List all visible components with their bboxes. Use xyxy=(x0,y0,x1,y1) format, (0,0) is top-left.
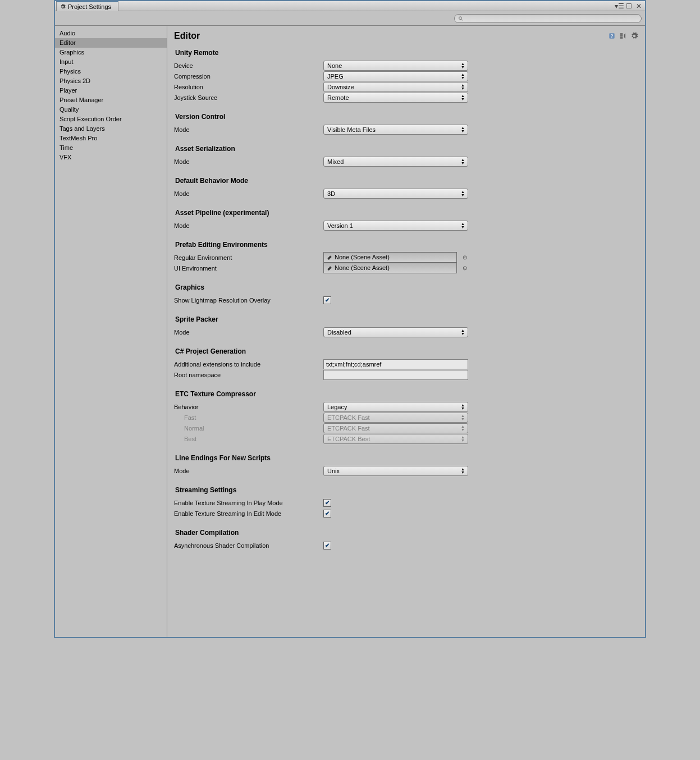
dropdown: ETCPACK Best▲▼ xyxy=(323,434,468,444)
property-row: ModeDisabled▲▼ xyxy=(174,327,638,337)
search-text[interactable] xyxy=(466,15,638,22)
dropdown[interactable]: Legacy▲▼ xyxy=(323,402,468,412)
sidebar-item-editor[interactable]: Editor xyxy=(55,38,167,48)
section-title: Asset Pipeline (experimental) xyxy=(174,209,638,217)
sidebar-item-physics-2d[interactable]: Physics 2D xyxy=(55,76,167,86)
section-asset-serialization: Asset SerializationModeMixed▲▼ xyxy=(174,145,638,167)
content: Editor ? Unity RemoteDeviceNone▲▼Compres… xyxy=(167,26,645,637)
property-label: Best xyxy=(174,436,323,442)
dropdown[interactable]: Downsize▲▼ xyxy=(323,82,468,92)
section-title: Prefab Editing Environments xyxy=(174,241,638,249)
titlebar: Project Settings ▾☰ ☐ ✕ xyxy=(55,1,645,11)
sidebar-item-physics[interactable]: Physics xyxy=(55,67,167,76)
svg-line-1 xyxy=(461,19,463,20)
svg-point-0 xyxy=(459,16,462,19)
dropdown[interactable]: 3D▲▼ xyxy=(323,189,468,199)
checkbox[interactable] xyxy=(323,510,331,518)
section-version-control: Version ControlModeVisible Meta Files▲▼ xyxy=(174,113,638,135)
pane-menu-icon[interactable]: ▾☰ xyxy=(615,2,623,10)
section-sprite-packer: Sprite PackerModeDisabled▲▼ xyxy=(174,315,638,337)
sidebar-item-vfx[interactable]: VFX xyxy=(55,153,167,162)
property-row: ResolutionDownsize▲▼ xyxy=(174,81,638,92)
sidebar-item-script-execution-order[interactable]: Script Execution Order xyxy=(55,115,167,124)
section-title: Version Control xyxy=(174,113,638,121)
dropdown: ETCPACK Fast▲▼ xyxy=(323,423,468,433)
object-field[interactable]: None (Scene Asset) xyxy=(323,263,457,273)
property-row: Regular EnvironmentNone (Scene Asset)⊙ xyxy=(174,252,638,263)
sidebar-item-time[interactable]: Time xyxy=(55,143,167,153)
sidebar-item-player[interactable]: Player xyxy=(55,86,167,95)
dropdown[interactable]: Remote▲▼ xyxy=(323,93,468,103)
section-title: Sprite Packer xyxy=(174,315,638,323)
section-title: Default Behavior Mode xyxy=(174,177,638,185)
section-title: Asset Serialization xyxy=(174,145,638,153)
section-title: Streaming Settings xyxy=(174,486,638,494)
section-shader-compilation: Shader CompilationAsynchronous Shader Co… xyxy=(174,529,638,551)
dropdown[interactable]: Version 1▲▼ xyxy=(323,221,468,231)
maximize-icon[interactable]: ☐ xyxy=(625,2,633,10)
presets-icon[interactable] xyxy=(619,32,627,40)
text-input[interactable] xyxy=(323,359,468,369)
sidebar-item-preset-manager[interactable]: Preset Manager xyxy=(55,95,167,105)
property-label: Fast xyxy=(174,414,323,421)
sidebar-item-tags-and-layers[interactable]: Tags and Layers xyxy=(55,124,167,134)
property-row: Mode3D▲▼ xyxy=(174,188,638,199)
checkbox[interactable] xyxy=(323,542,331,550)
close-icon[interactable]: ✕ xyxy=(635,2,643,10)
page-title: Editor xyxy=(174,31,200,41)
property-row: ModeUnix▲▼ xyxy=(174,465,638,476)
window-tab[interactable]: Project Settings xyxy=(56,1,118,11)
property-label: Mode xyxy=(174,222,323,229)
toolbar xyxy=(55,11,645,26)
scene-asset-icon xyxy=(327,266,332,271)
property-row: Show Lightmap Resolution Overlay xyxy=(174,295,638,305)
sidebar-item-textmesh-pro[interactable]: TextMesh Pro xyxy=(55,134,167,143)
property-label: Regular Environment xyxy=(174,254,323,261)
svg-text:?: ? xyxy=(611,34,614,39)
search-input[interactable] xyxy=(454,14,642,23)
dropdown[interactable]: Visible Meta Files▲▼ xyxy=(323,125,468,135)
checkbox[interactable] xyxy=(323,499,331,507)
text-input[interactable] xyxy=(323,370,468,380)
section-unity-remote: Unity RemoteDeviceNone▲▼CompressionJPEG▲… xyxy=(174,49,638,103)
sections: Unity RemoteDeviceNone▲▼CompressionJPEG▲… xyxy=(174,49,638,551)
section-line-endings-for-new-scripts: Line Endings For New ScriptsModeUnix▲▼ xyxy=(174,454,638,476)
section-title: C# Project Generation xyxy=(174,347,638,355)
object-field[interactable]: None (Scene Asset) xyxy=(323,252,457,263)
property-row: ModeVisible Meta Files▲▼ xyxy=(174,124,638,135)
dropdown[interactable]: Disabled▲▼ xyxy=(323,327,468,337)
property-label: Joystick Source xyxy=(174,94,323,101)
property-row: BestETCPACK Best▲▼ xyxy=(174,433,638,444)
checkbox[interactable] xyxy=(323,296,331,304)
property-row: DeviceNone▲▼ xyxy=(174,60,638,71)
object-picker-icon[interactable]: ⊙ xyxy=(463,254,467,260)
property-label: Normal xyxy=(174,425,323,432)
property-row: ModeMixed▲▼ xyxy=(174,156,638,167)
property-row: NormalETCPACK Fast▲▼ xyxy=(174,423,638,433)
sidebar-item-graphics[interactable]: Graphics xyxy=(55,48,167,57)
section-c-project-generation: C# Project GenerationAdditional extensio… xyxy=(174,347,638,380)
section-asset-pipeline-experimental-: Asset Pipeline (experimental)ModeVersion… xyxy=(174,209,638,231)
property-row: ModeVersion 1▲▼ xyxy=(174,220,638,231)
object-picker-icon[interactable]: ⊙ xyxy=(463,265,467,271)
dropdown[interactable]: Mixed▲▼ xyxy=(323,157,468,167)
dropdown[interactable]: JPEG▲▼ xyxy=(323,71,468,81)
help-icon[interactable]: ? xyxy=(608,32,616,40)
sidebar-item-input[interactable]: Input xyxy=(55,57,167,67)
dropdown[interactable]: Unix▲▼ xyxy=(323,466,468,476)
property-label: Additional extensions to include xyxy=(174,361,323,368)
property-row: CompressionJPEG▲▼ xyxy=(174,71,638,81)
dropdown: ETCPACK Fast▲▼ xyxy=(323,413,468,423)
property-label: Device xyxy=(174,62,323,69)
section-title: Graphics xyxy=(174,283,638,291)
property-row: Enable Texture Streaming In Play Mode xyxy=(174,497,638,508)
property-row: FastETCPACK Fast▲▼ xyxy=(174,412,638,423)
main-area: AudioEditorGraphicsInputPhysicsPhysics 2… xyxy=(55,26,645,637)
property-label: UI Environment xyxy=(174,265,323,272)
sidebar-item-audio[interactable]: Audio xyxy=(55,29,167,38)
dropdown[interactable]: None▲▼ xyxy=(323,61,468,71)
sidebar-item-quality[interactable]: Quality xyxy=(55,105,167,115)
page-header-icons: ? xyxy=(608,32,638,40)
settings-icon[interactable] xyxy=(630,32,638,40)
section-title: ETC Texture Compressor xyxy=(174,390,638,398)
